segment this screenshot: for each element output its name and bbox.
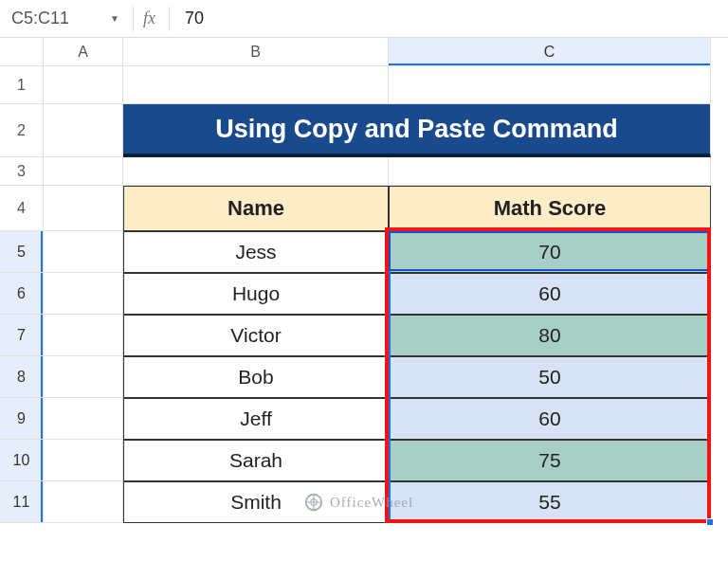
col-header-C[interactable]: C — [389, 38, 711, 66]
formula-input[interactable]: 70 — [185, 9, 204, 28]
row-header-10[interactable]: 10 — [0, 440, 44, 481]
cell-A3[interactable] — [44, 157, 123, 186]
row-header-5[interactable]: 5 — [0, 231, 44, 273]
score-cell[interactable]: 60 — [389, 398, 711, 440]
cell-A6[interactable] — [44, 273, 123, 315]
header-score[interactable]: Math Score — [389, 186, 711, 231]
cell-C3[interactable] — [389, 157, 711, 186]
name-cell[interactable]: Hugo — [123, 273, 389, 315]
title-text: Using Copy and Paste Command — [215, 115, 618, 144]
row-header-11[interactable]: 11 — [0, 481, 44, 523]
cell-A10[interactable] — [44, 440, 123, 481]
cell-A4[interactable] — [44, 186, 123, 231]
name-cell[interactable]: Bob — [123, 356, 389, 398]
cell-A8[interactable] — [44, 356, 123, 398]
score-cell[interactable]: 60 — [389, 273, 711, 315]
fill-handle[interactable] — [706, 518, 714, 526]
cell-B1[interactable] — [123, 66, 389, 104]
row-header-3[interactable]: 3 — [0, 157, 44, 186]
watermark: OfficeWheel — [303, 492, 413, 513]
row-header-1[interactable]: 1 — [0, 66, 44, 104]
fx-icon[interactable]: fx — [139, 9, 165, 28]
header-name[interactable]: Name — [123, 186, 389, 231]
cell-A9[interactable] — [44, 398, 123, 440]
spreadsheet-grid[interactable]: A B C 1 2 Using Copy and Paste Command 3… — [0, 38, 728, 523]
watermark-text: OfficeWheel — [330, 495, 413, 511]
cell-A1[interactable] — [44, 66, 123, 104]
title-banner[interactable]: Using Copy and Paste Command — [123, 104, 711, 157]
name-box[interactable]: C5:C11 ▼ — [4, 5, 127, 32]
col-header-A[interactable]: A — [44, 38, 123, 66]
name-cell[interactable]: Victor — [123, 315, 389, 356]
score-cell[interactable]: 55 — [389, 481, 711, 523]
cell-A2[interactable] — [44, 104, 123, 157]
cell-A5[interactable] — [44, 231, 123, 273]
name-cell[interactable]: Sarah — [123, 440, 389, 481]
dropdown-icon[interactable]: ▼ — [110, 13, 119, 24]
row-header-8[interactable]: 8 — [0, 356, 44, 398]
cell-A11[interactable] — [44, 481, 123, 523]
row-header-2[interactable]: 2 — [0, 104, 44, 157]
score-cell[interactable]: 70 — [389, 231, 711, 273]
score-cell[interactable]: 80 — [389, 315, 711, 356]
name-cell[interactable]: Jeff — [123, 398, 389, 440]
score-cell[interactable]: 75 — [389, 440, 711, 481]
divider — [133, 7, 134, 31]
cell-C1[interactable] — [389, 66, 711, 104]
row-header-9[interactable]: 9 — [0, 398, 44, 440]
row-header-7[interactable]: 7 — [0, 315, 44, 356]
score-cell[interactable]: 50 — [389, 356, 711, 398]
name-cell[interactable]: Jess — [123, 231, 389, 273]
col-header-B[interactable]: B — [123, 38, 389, 66]
row-header-6[interactable]: 6 — [0, 273, 44, 315]
divider — [169, 7, 170, 31]
name-box-value: C5:C11 — [11, 9, 69, 28]
formula-bar: C5:C11 ▼ fx 70 — [0, 0, 728, 38]
logo-icon — [303, 492, 324, 513]
cell-B3[interactable] — [123, 157, 389, 186]
cell-A7[interactable] — [44, 315, 123, 356]
select-all-corner[interactable] — [0, 38, 44, 66]
row-header-4[interactable]: 4 — [0, 186, 44, 231]
